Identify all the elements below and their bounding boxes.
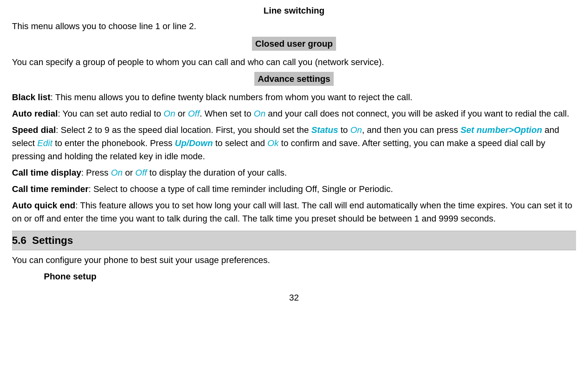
speed-dial-before: : Select 2 to 9 as the speed dial locati… <box>56 125 311 135</box>
page-number: 32 <box>12 291 576 304</box>
call-time-display-after: to display the duration of your calls. <box>147 168 287 178</box>
call-time-reminder-text: Call time reminder: Select to choose a t… <box>12 182 576 196</box>
advance-settings-heading: Advance settings <box>254 72 333 86</box>
black-list-text: Black list: This menu allows you to defi… <box>12 91 576 104</box>
auto-redial-off1: Off <box>188 109 199 119</box>
auto-redial-on1: On <box>163 109 175 119</box>
speed-dial-edit: Edit <box>37 138 53 148</box>
page-title: Line switching <box>12 4 576 17</box>
section-56-intro: You can configure your phone to best sui… <box>12 253 576 267</box>
speed-dial-ok: Ok <box>267 138 279 148</box>
speed-dial-text: Speed dial: Select 2 to 9 as the speed d… <box>12 123 576 163</box>
auto-quick-end-label: Auto quick end <box>12 200 75 210</box>
auto-redial-after: and your call does not connect, you will… <box>265 109 569 119</box>
auto-quick-end-text: Auto quick end: This feature allows you … <box>12 199 576 225</box>
section-56-bar: 5.6 Settings <box>12 231 576 250</box>
speed-dial-label: Speed dial <box>12 125 56 135</box>
call-time-display-before: : Press <box>81 168 111 178</box>
call-time-display-mid1: or <box>123 168 136 178</box>
speed-dial-mid4: to enter the phonebook. Press <box>53 138 175 148</box>
speed-dial-up-down: Up/Down <box>175 138 213 148</box>
call-time-display-off1: Off <box>135 168 147 178</box>
black-list-label: Black list <box>12 92 51 102</box>
intro-text: This menu allows you to choose line 1 or… <box>12 20 576 33</box>
advance-settings-heading-container: Advance settings <box>12 72 576 88</box>
speed-dial-mid2: , and then you can press <box>362 125 460 135</box>
phone-setup-heading: Phone setup <box>12 270 576 283</box>
auto-redial-before: : You can set auto redial to <box>58 109 163 119</box>
auto-redial-text: Auto redial: You can set auto redial to … <box>12 107 576 120</box>
speed-dial-mid5: to select and <box>213 138 267 148</box>
call-time-reminder-label: Call time reminder <box>12 184 88 194</box>
black-list-body: : This menu allows you to define twenty … <box>51 92 413 102</box>
speed-dial-status: Status <box>311 125 338 135</box>
auto-redial-on2: On <box>254 109 265 119</box>
call-time-display-text: Call time display: Press On or Off to di… <box>12 166 576 179</box>
closed-user-group-heading: Closed user group <box>252 37 336 51</box>
closed-user-group-heading-container: Closed user group <box>12 37 576 53</box>
section-56-title: 5.6 Settings <box>12 234 73 246</box>
call-time-display-on1: On <box>111 168 122 178</box>
closed-user-group-text: You can specify a group of people to who… <box>12 55 576 69</box>
call-time-reminder-body: : Select to choose a type of call time r… <box>88 184 393 194</box>
auto-redial-mid1: or <box>175 109 188 119</box>
auto-redial-mid2: . When set to <box>200 109 254 119</box>
speed-dial-on1: On <box>350 125 362 135</box>
speed-dial-mid1: to <box>338 125 350 135</box>
auto-redial-label: Auto redial <box>12 109 58 119</box>
auto-quick-end-body: : This feature allows you to set how lon… <box>12 200 572 224</box>
speed-dial-set-number: Set number>Option <box>460 125 542 135</box>
call-time-display-label: Call time display <box>12 168 81 178</box>
